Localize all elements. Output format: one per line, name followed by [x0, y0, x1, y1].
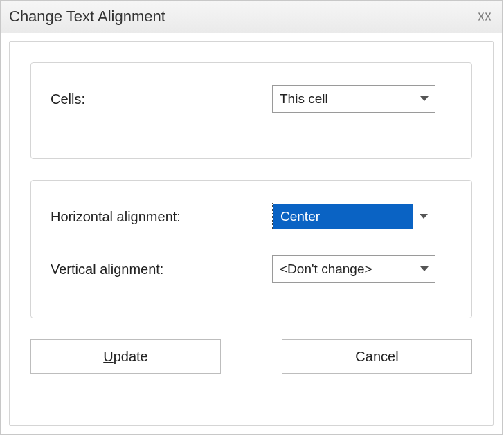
horizontal-alignment-label: Horizontal alignment: — [51, 209, 272, 225]
chevron-down-icon — [414, 256, 435, 282]
close-icon[interactable] — [476, 10, 494, 23]
chevron-down-icon — [413, 204, 434, 229]
cells-label: Cells: — [51, 91, 272, 107]
update-button-label: Update — [103, 349, 148, 365]
svg-marker-1 — [420, 214, 428, 219]
vertical-alignment-value: <Don't change> — [273, 256, 414, 282]
svg-marker-0 — [420, 96, 429, 101]
svg-marker-2 — [420, 266, 429, 271]
chevron-down-icon — [414, 86, 435, 112]
button-row: Update Cancel — [30, 339, 472, 374]
vertical-alignment-combobox[interactable]: <Don't change> — [272, 255, 435, 283]
horizontal-alignment-value: Center — [273, 204, 413, 229]
dialog-window: Change Text Alignment Cells: This cell — [0, 0, 503, 435]
cells-value: This cell — [273, 86, 414, 112]
cells-group: Cells: This cell — [30, 62, 472, 159]
title-bar: Change Text Alignment — [1, 1, 502, 33]
cancel-button[interactable]: Cancel — [282, 339, 472, 374]
horizontal-alignment-combobox[interactable]: Center — [272, 203, 435, 230]
cells-combobox[interactable]: This cell — [272, 85, 435, 113]
cells-row: Cells: This cell — [51, 82, 452, 116]
dialog-body: Cells: This cell Horizontal alignment: C… — [9, 41, 494, 426]
dialog-title: Change Text Alignment — [9, 8, 165, 26]
cancel-button-label: Cancel — [355, 349, 398, 365]
vertical-alignment-row: Vertical alignment: <Don't change> — [51, 253, 452, 286]
alignment-group: Horizontal alignment: Center Vertical al… — [30, 180, 472, 318]
update-button[interactable]: Update — [30, 339, 221, 374]
horizontal-alignment-row: Horizontal alignment: Center — [51, 200, 452, 233]
vertical-alignment-label: Vertical alignment: — [51, 262, 272, 278]
